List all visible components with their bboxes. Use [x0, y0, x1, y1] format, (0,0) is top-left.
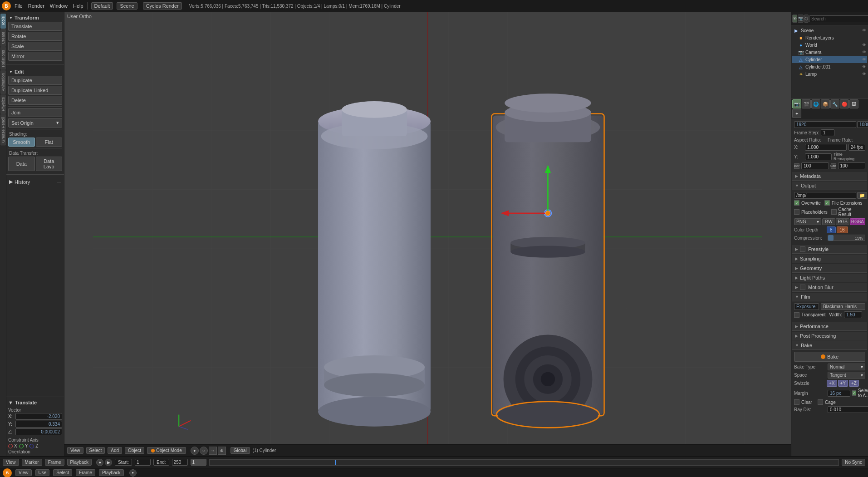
vtab-relations[interactable]: Relations [0, 47, 6, 70]
object-props-icon[interactable]: 📦 [821, 99, 830, 108]
bake-button[interactable]: Bake [794, 352, 865, 362]
performance-header[interactable]: ▶ Performance [792, 322, 867, 331]
snap-icon[interactable]: ⊕ [218, 447, 226, 455]
flat-button[interactable]: Flat [36, 138, 63, 147]
join-button[interactable]: Join [8, 108, 62, 117]
data-button[interactable]: Data [8, 157, 35, 171]
vtab-physics[interactable]: Physics [0, 94, 6, 114]
material-props-icon[interactable]: 🔴 [840, 99, 849, 108]
cage-check[interactable] [818, 399, 823, 405]
particles-props-icon[interactable]: ✦ [792, 109, 801, 118]
sync-selector[interactable]: No Sync [842, 459, 865, 466]
global-button[interactable]: Global [230, 447, 250, 454]
format-dropdown[interactable]: PNG ▾ [794, 218, 821, 225]
file-ext-check[interactable]: ✓ [824, 200, 830, 206]
transparent-check[interactable] [794, 312, 799, 318]
status-playback-btn[interactable]: Playback [99, 469, 124, 476]
vtab-animation[interactable]: Animation [0, 70, 6, 94]
width-input[interactable] [794, 121, 856, 128]
cro-input[interactable] [838, 162, 866, 169]
ray-dis-input[interactable] [828, 406, 868, 413]
solid-mode-icon[interactable]: ● [191, 447, 199, 455]
outliner-renderlayers[interactable]: ■ RenderLayers [792, 34, 867, 41]
film-header[interactable]: ▼ Film [792, 293, 867, 301]
swizzle-y-btn[interactable]: +Y [838, 380, 848, 387]
z-axis-btn[interactable]: Z [29, 443, 38, 448]
cache-check[interactable] [831, 209, 837, 215]
scene-selector[interactable]: Scene [117, 2, 137, 10]
world-props-icon[interactable]: 🌐 [811, 99, 820, 108]
rgba-button[interactable]: RGBA [850, 218, 865, 225]
status-select-btn[interactable]: Select [53, 469, 72, 476]
status-rec-icon[interactable]: ● [129, 469, 137, 477]
menu-help[interactable]: Help [73, 3, 83, 9]
status-frame-btn[interactable]: Frame [76, 469, 95, 476]
scale-button[interactable]: Scale [8, 42, 62, 51]
rgb-button[interactable]: RGB [836, 218, 849, 225]
outliner-lamp[interactable]: ☀ Lamp 👁 [792, 70, 867, 78]
post-processing-header[interactable]: ▶ Post Processing [792, 332, 867, 340]
engine-selector[interactable]: Cycles Render [143, 2, 182, 10]
current-frame-input[interactable] [191, 459, 206, 466]
menu-render[interactable]: Render [28, 3, 44, 9]
set-origin-button[interactable]: Set Origin ▾ [8, 118, 62, 128]
exposure-input[interactable] [794, 303, 819, 310]
compression-bar[interactable]: 15% [828, 235, 865, 241]
output-folder-button[interactable]: 📁 [857, 192, 867, 199]
swizzle-z-btn[interactable]: +Z [849, 380, 859, 387]
filter-dropdown[interactable]: Blackman-Harris [821, 303, 865, 310]
bor-check[interactable]: Bor [794, 163, 799, 169]
render-props-icon[interactable]: 📷 [792, 99, 801, 108]
vtab-grease-pencil[interactable]: Grease Pencil [0, 114, 6, 146]
translate-button[interactable]: Translate [8, 22, 62, 31]
metadata-header[interactable]: ▶ Metadata [792, 172, 867, 181]
y-aspect-input[interactable] [805, 153, 832, 160]
outliner-scene[interactable]: ▶ Scene 👁 [792, 27, 867, 34]
margin-input[interactable] [828, 390, 850, 397]
timeline-frame-btn[interactable]: Frame [45, 459, 64, 466]
x-value[interactable]: -2.020 [15, 413, 62, 420]
output-header[interactable]: ▼ Output [792, 182, 867, 190]
outliner-cylinder001[interactable]: △ Cylinder.001 👁 [792, 63, 867, 70]
cro-check[interactable]: Cro [831, 163, 836, 169]
overwrite-check[interactable]: ✓ [794, 200, 799, 206]
freestyle-checkbox[interactable] [800, 246, 805, 252]
wire-mode-icon[interactable]: ○ [200, 447, 208, 455]
rec-button[interactable]: ● [96, 459, 103, 466]
y-value[interactable]: 0.334 [15, 421, 62, 428]
texture-props-icon[interactable]: 🖼 [849, 99, 858, 108]
width-input[interactable] [844, 311, 862, 318]
cd-16-button[interactable]: 16 [837, 226, 848, 233]
duplicate-linked-button[interactable]: Duplicate Linked [8, 86, 62, 95]
data-layo-button[interactable]: Data Layo [36, 157, 63, 171]
timeline-view-btn[interactable]: View [3, 459, 19, 466]
status-view-btn[interactable]: View [15, 469, 32, 476]
bw-button[interactable]: BW [822, 218, 835, 225]
add-button[interactable]: Add [108, 447, 122, 454]
view-icon[interactable]: 👁 [792, 15, 797, 23]
placeholders-check[interactable] [794, 209, 799, 215]
z-value[interactable]: 0.000002 [15, 428, 62, 435]
viewport[interactable]: User Ortho [64, 12, 791, 456]
sampling-header[interactable]: ▶ Sampling [792, 255, 867, 263]
object-mode-selector[interactable]: Object Mode [147, 447, 186, 454]
camera-icon[interactable]: 📷 [798, 15, 804, 23]
vtab-tools[interactable]: Tools [0, 14, 6, 29]
light-paths-header[interactable]: ▶ Light Paths [792, 274, 867, 282]
smooth-button[interactable]: Smooth [8, 138, 35, 147]
output-path-input[interactable] [794, 192, 856, 199]
start-frame-input[interactable] [135, 459, 151, 466]
select-button[interactable]: Select [86, 447, 105, 454]
timeline-marker-btn[interactable]: Marker [22, 459, 42, 466]
object-button[interactable]: Object [125, 447, 144, 454]
bor-input[interactable] [801, 162, 829, 169]
view-button[interactable]: View [67, 447, 83, 454]
play-button[interactable]: ▶ [105, 459, 112, 466]
timeline-playback-btn[interactable]: Playback [67, 459, 92, 466]
motion-blur-header[interactable]: ▶ Motion Blur [792, 283, 867, 292]
motion-blur-checkbox[interactable] [800, 285, 805, 290]
space-dropdown[interactable]: Tangent ▾ [828, 372, 865, 379]
timeline-scrubber[interactable] [209, 459, 839, 466]
end-frame-input[interactable] [172, 459, 188, 466]
menu-file[interactable]: File [15, 3, 23, 9]
